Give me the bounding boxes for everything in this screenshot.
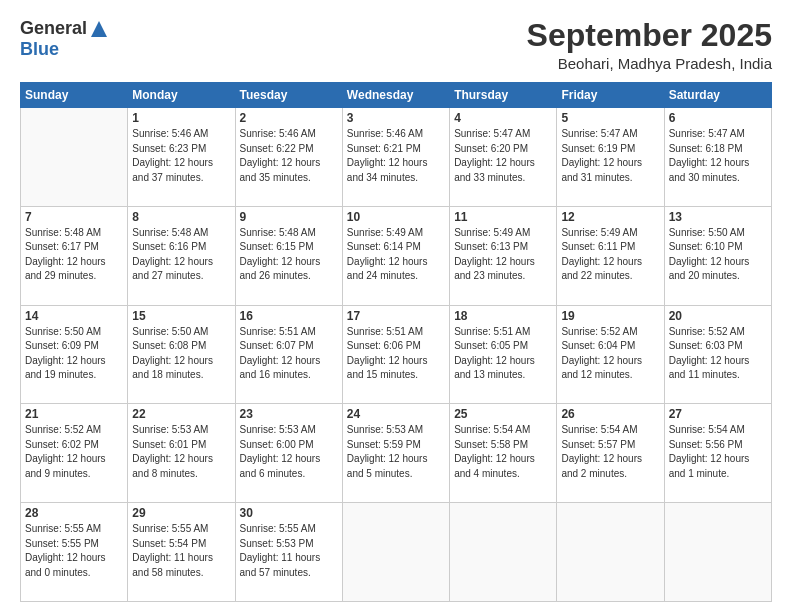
day-number: 27 [669, 407, 767, 421]
day-number: 30 [240, 506, 338, 520]
header-thursday: Thursday [450, 83, 557, 108]
table-row: 13Sunrise: 5:50 AM Sunset: 6:10 PM Dayli… [664, 206, 771, 305]
day-number: 26 [561, 407, 659, 421]
calendar-header-row: Sunday Monday Tuesday Wednesday Thursday… [21, 83, 772, 108]
day-info: Sunrise: 5:53 AM Sunset: 6:01 PM Dayligh… [132, 423, 230, 481]
table-row: 10Sunrise: 5:49 AM Sunset: 6:14 PM Dayli… [342, 206, 449, 305]
calendar-table: Sunday Monday Tuesday Wednesday Thursday… [20, 82, 772, 602]
day-number: 23 [240, 407, 338, 421]
day-number: 7 [25, 210, 123, 224]
table-row: 21Sunrise: 5:52 AM Sunset: 6:02 PM Dayli… [21, 404, 128, 503]
day-info: Sunrise: 5:52 AM Sunset: 6:02 PM Dayligh… [25, 423, 123, 481]
logo: General Blue [20, 18, 109, 60]
header-monday: Monday [128, 83, 235, 108]
day-info: Sunrise: 5:52 AM Sunset: 6:04 PM Dayligh… [561, 325, 659, 383]
table-row: 25Sunrise: 5:54 AM Sunset: 5:58 PM Dayli… [450, 404, 557, 503]
calendar-week-2: 14Sunrise: 5:50 AM Sunset: 6:09 PM Dayli… [21, 305, 772, 404]
table-row: 16Sunrise: 5:51 AM Sunset: 6:07 PM Dayli… [235, 305, 342, 404]
header-sunday: Sunday [21, 83, 128, 108]
day-info: Sunrise: 5:55 AM Sunset: 5:54 PM Dayligh… [132, 522, 230, 580]
day-number: 22 [132, 407, 230, 421]
day-info: Sunrise: 5:55 AM Sunset: 5:55 PM Dayligh… [25, 522, 123, 580]
day-number: 10 [347, 210, 445, 224]
day-number: 28 [25, 506, 123, 520]
table-row: 9Sunrise: 5:48 AM Sunset: 6:15 PM Daylig… [235, 206, 342, 305]
day-info: Sunrise: 5:46 AM Sunset: 6:22 PM Dayligh… [240, 127, 338, 185]
table-row: 7Sunrise: 5:48 AM Sunset: 6:17 PM Daylig… [21, 206, 128, 305]
day-number: 14 [25, 309, 123, 323]
day-info: Sunrise: 5:49 AM Sunset: 6:11 PM Dayligh… [561, 226, 659, 284]
table-row: 15Sunrise: 5:50 AM Sunset: 6:08 PM Dayli… [128, 305, 235, 404]
day-info: Sunrise: 5:54 AM Sunset: 5:56 PM Dayligh… [669, 423, 767, 481]
day-number: 12 [561, 210, 659, 224]
table-row: 11Sunrise: 5:49 AM Sunset: 6:13 PM Dayli… [450, 206, 557, 305]
day-number: 17 [347, 309, 445, 323]
logo-blue-text: Blue [20, 39, 59, 60]
table-row: 5Sunrise: 5:47 AM Sunset: 6:19 PM Daylig… [557, 108, 664, 207]
calendar-week-0: 1Sunrise: 5:46 AM Sunset: 6:23 PM Daylig… [21, 108, 772, 207]
day-info: Sunrise: 5:52 AM Sunset: 6:03 PM Dayligh… [669, 325, 767, 383]
day-info: Sunrise: 5:54 AM Sunset: 5:57 PM Dayligh… [561, 423, 659, 481]
day-info: Sunrise: 5:48 AM Sunset: 6:16 PM Dayligh… [132, 226, 230, 284]
day-info: Sunrise: 5:50 AM Sunset: 6:09 PM Dayligh… [25, 325, 123, 383]
day-number: 2 [240, 111, 338, 125]
title-section: September 2025 Beohari, Madhya Pradesh, … [527, 18, 772, 72]
day-info: Sunrise: 5:48 AM Sunset: 6:15 PM Dayligh… [240, 226, 338, 284]
day-info: Sunrise: 5:51 AM Sunset: 6:06 PM Dayligh… [347, 325, 445, 383]
day-number: 13 [669, 210, 767, 224]
day-number: 6 [669, 111, 767, 125]
day-number: 1 [132, 111, 230, 125]
table-row [21, 108, 128, 207]
logo-icon [89, 19, 109, 39]
table-row: 19Sunrise: 5:52 AM Sunset: 6:04 PM Dayli… [557, 305, 664, 404]
table-row: 28Sunrise: 5:55 AM Sunset: 5:55 PM Dayli… [21, 503, 128, 602]
day-info: Sunrise: 5:50 AM Sunset: 6:08 PM Dayligh… [132, 325, 230, 383]
table-row: 6Sunrise: 5:47 AM Sunset: 6:18 PM Daylig… [664, 108, 771, 207]
day-number: 20 [669, 309, 767, 323]
table-row: 30Sunrise: 5:55 AM Sunset: 5:53 PM Dayli… [235, 503, 342, 602]
table-row: 3Sunrise: 5:46 AM Sunset: 6:21 PM Daylig… [342, 108, 449, 207]
day-info: Sunrise: 5:48 AM Sunset: 6:17 PM Dayligh… [25, 226, 123, 284]
svg-marker-0 [91, 21, 107, 37]
table-row: 26Sunrise: 5:54 AM Sunset: 5:57 PM Dayli… [557, 404, 664, 503]
day-number: 5 [561, 111, 659, 125]
calendar-week-1: 7Sunrise: 5:48 AM Sunset: 6:17 PM Daylig… [21, 206, 772, 305]
day-number: 19 [561, 309, 659, 323]
day-info: Sunrise: 5:51 AM Sunset: 6:05 PM Dayligh… [454, 325, 552, 383]
header-saturday: Saturday [664, 83, 771, 108]
day-number: 8 [132, 210, 230, 224]
table-row: 14Sunrise: 5:50 AM Sunset: 6:09 PM Dayli… [21, 305, 128, 404]
day-info: Sunrise: 5:47 AM Sunset: 6:20 PM Dayligh… [454, 127, 552, 185]
day-number: 24 [347, 407, 445, 421]
day-number: 11 [454, 210, 552, 224]
month-title: September 2025 [527, 18, 772, 53]
day-number: 15 [132, 309, 230, 323]
table-row: 23Sunrise: 5:53 AM Sunset: 6:00 PM Dayli… [235, 404, 342, 503]
day-info: Sunrise: 5:55 AM Sunset: 5:53 PM Dayligh… [240, 522, 338, 580]
header-tuesday: Tuesday [235, 83, 342, 108]
day-number: 4 [454, 111, 552, 125]
day-info: Sunrise: 5:54 AM Sunset: 5:58 PM Dayligh… [454, 423, 552, 481]
day-info: Sunrise: 5:46 AM Sunset: 6:21 PM Dayligh… [347, 127, 445, 185]
logo-general-text: General [20, 18, 87, 39]
day-number: 25 [454, 407, 552, 421]
table-row: 29Sunrise: 5:55 AM Sunset: 5:54 PM Dayli… [128, 503, 235, 602]
location: Beohari, Madhya Pradesh, India [527, 55, 772, 72]
day-number: 9 [240, 210, 338, 224]
table-row: 24Sunrise: 5:53 AM Sunset: 5:59 PM Dayli… [342, 404, 449, 503]
day-info: Sunrise: 5:47 AM Sunset: 6:18 PM Dayligh… [669, 127, 767, 185]
day-info: Sunrise: 5:53 AM Sunset: 6:00 PM Dayligh… [240, 423, 338, 481]
table-row: 18Sunrise: 5:51 AM Sunset: 6:05 PM Dayli… [450, 305, 557, 404]
day-info: Sunrise: 5:49 AM Sunset: 6:14 PM Dayligh… [347, 226, 445, 284]
header-wednesday: Wednesday [342, 83, 449, 108]
day-number: 29 [132, 506, 230, 520]
table-row: 2Sunrise: 5:46 AM Sunset: 6:22 PM Daylig… [235, 108, 342, 207]
day-info: Sunrise: 5:47 AM Sunset: 6:19 PM Dayligh… [561, 127, 659, 185]
table-row: 17Sunrise: 5:51 AM Sunset: 6:06 PM Dayli… [342, 305, 449, 404]
day-number: 18 [454, 309, 552, 323]
day-number: 16 [240, 309, 338, 323]
table-row: 22Sunrise: 5:53 AM Sunset: 6:01 PM Dayli… [128, 404, 235, 503]
table-row [450, 503, 557, 602]
calendar-week-3: 21Sunrise: 5:52 AM Sunset: 6:02 PM Dayli… [21, 404, 772, 503]
table-row: 27Sunrise: 5:54 AM Sunset: 5:56 PM Dayli… [664, 404, 771, 503]
